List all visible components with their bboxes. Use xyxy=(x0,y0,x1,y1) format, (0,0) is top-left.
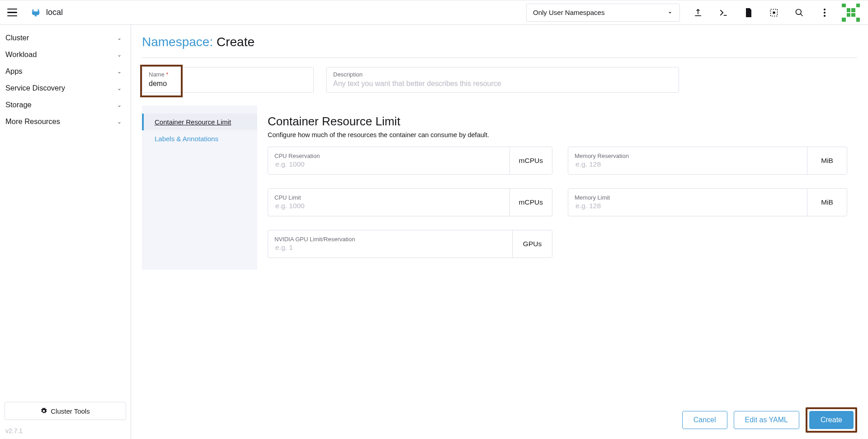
sidebar-item-workload[interactable]: Workload⌄ xyxy=(0,46,131,63)
name-label: Name xyxy=(149,71,165,78)
tab-panel-content: Container Resource Limit Configure how m… xyxy=(257,105,857,270)
chevron-down-icon: ⌄ xyxy=(117,35,122,41)
sidebar-item-more-resources[interactable]: More Resources⌄ xyxy=(0,113,131,130)
gpu-limit-field[interactable]: NVIDIA GPU Limit/Reservation GPUs xyxy=(268,230,552,258)
chevron-down-icon: ⌄ xyxy=(117,85,122,91)
kubeconfig-icon[interactable] xyxy=(769,8,778,17)
divider xyxy=(142,57,857,58)
cluster-tools-button[interactable]: Cluster Tools xyxy=(5,402,126,420)
memory-limit-field[interactable]: Memory Limit MiB xyxy=(568,188,847,216)
form-footer: Cancel Edit as YAML Create xyxy=(682,407,857,433)
panel-hint: Configure how much of the resources the … xyxy=(268,131,847,138)
menu-toggle-icon[interactable] xyxy=(6,7,18,19)
chevron-down-icon: ⌄ xyxy=(117,68,122,75)
tab-container-resource-limit[interactable]: Container Resource Limit xyxy=(142,114,257,130)
main-content: Namespace: Create Name * Description Con… xyxy=(131,25,868,439)
header-actions xyxy=(693,8,829,17)
name-field[interactable]: Name * xyxy=(142,67,314,93)
file-icon[interactable] xyxy=(744,8,753,17)
sidebar-item-service-discovery[interactable]: Service Discovery⌄ xyxy=(0,80,131,96)
unit-label: mCPUs xyxy=(509,147,552,174)
chevron-down-icon xyxy=(667,10,673,16)
page-title: Namespace: Create xyxy=(142,35,857,49)
cluster-name[interactable]: local xyxy=(46,8,63,17)
unit-label: MiB xyxy=(807,147,847,174)
edit-yaml-button[interactable]: Edit as YAML xyxy=(734,411,799,429)
sidebar-item-apps[interactable]: Apps⌄ xyxy=(0,63,131,80)
description-field[interactable]: Description xyxy=(326,67,679,93)
cpu-reservation-input[interactable] xyxy=(274,159,503,169)
gear-icon xyxy=(41,408,47,414)
tabs-panel: Container Resource Limit Labels & Annota… xyxy=(142,105,857,270)
chevron-down-icon: ⌄ xyxy=(117,102,122,108)
svg-rect-1 xyxy=(773,11,775,14)
memory-limit-input[interactable] xyxy=(575,201,801,210)
description-input[interactable] xyxy=(333,78,672,88)
sidebar-item-storage[interactable]: Storage⌄ xyxy=(0,96,131,113)
unit-label: mCPUs xyxy=(509,189,552,216)
top-bar: local Only User Namespaces xyxy=(0,0,868,25)
sidebar: Cluster⌄ Workload⌄ Apps⌄ Service Discove… xyxy=(0,25,131,439)
namespace-filter-label: Only User Namespaces xyxy=(533,9,604,16)
name-input[interactable] xyxy=(149,78,307,88)
highlight-annotation: Create xyxy=(806,407,857,433)
shell-icon[interactable] xyxy=(719,8,728,17)
chevron-down-icon: ⌄ xyxy=(117,119,122,125)
description-label: Description xyxy=(333,71,672,78)
create-button[interactable]: Create xyxy=(809,411,854,429)
search-icon[interactable] xyxy=(795,8,804,17)
svg-point-5 xyxy=(824,15,826,17)
rancher-logo-icon xyxy=(31,8,41,18)
memory-reservation-input[interactable] xyxy=(575,159,801,169)
user-avatar[interactable] xyxy=(842,4,860,22)
cpu-limit-field[interactable]: CPU Limit mCPUs xyxy=(268,188,552,216)
cpu-reservation-field[interactable]: CPU Reservation mCPUs xyxy=(268,147,552,175)
gpu-limit-input[interactable] xyxy=(274,243,506,252)
panel-heading: Container Resource Limit xyxy=(268,115,847,129)
svg-point-3 xyxy=(824,9,826,10)
import-icon[interactable] xyxy=(693,8,703,17)
tabs-list: Container Resource Limit Labels & Annota… xyxy=(142,105,257,270)
svg-point-4 xyxy=(824,12,826,14)
unit-label: GPUs xyxy=(512,230,552,258)
namespace-filter-select[interactable]: Only User Namespaces xyxy=(526,4,680,22)
unit-label: MiB xyxy=(807,189,847,216)
chevron-down-icon: ⌄ xyxy=(117,52,122,58)
more-menu-icon[interactable] xyxy=(820,8,829,17)
svg-point-2 xyxy=(796,9,802,14)
memory-reservation-field[interactable]: Memory Reservation MiB xyxy=(568,147,847,175)
cancel-button[interactable]: Cancel xyxy=(682,411,727,429)
cpu-limit-input[interactable] xyxy=(274,201,503,210)
tab-labels-annotations[interactable]: Labels & Annotations xyxy=(142,130,257,147)
sidebar-item-cluster[interactable]: Cluster⌄ xyxy=(0,29,131,46)
version-label: v2.7.1 xyxy=(5,427,125,434)
